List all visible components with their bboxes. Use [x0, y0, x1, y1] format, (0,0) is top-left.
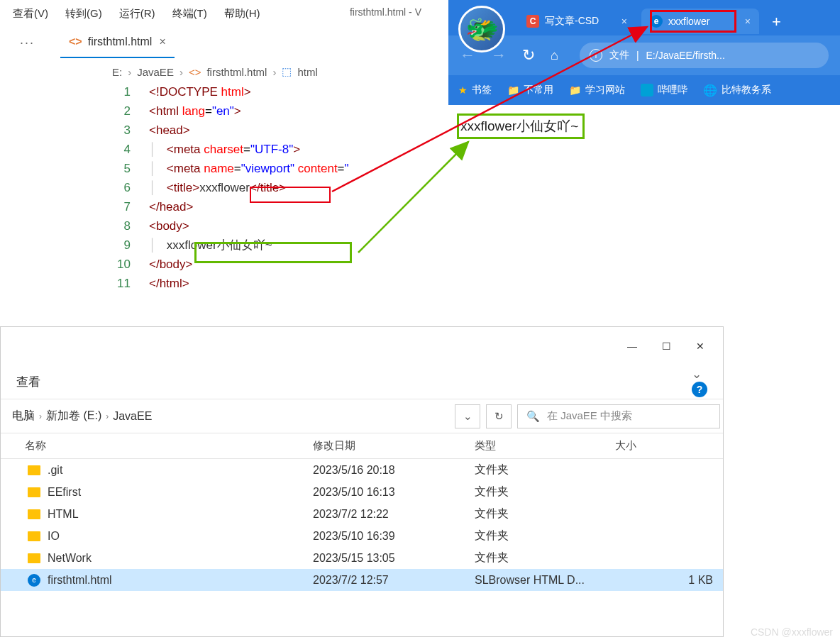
- minimize-button[interactable]: —: [615, 333, 649, 359]
- menu-help[interactable]: 帮助(H): [224, 7, 260, 21]
- edge-icon: e: [650, 15, 663, 28]
- file-row[interactable]: EEfirst2023/5/10 16:13文件夹: [1, 481, 723, 503]
- address-dropdown-button[interactable]: ⌄: [455, 404, 480, 428]
- file-row[interactable]: NetWork2023/5/15 13:05文件夹: [1, 547, 723, 569]
- line-number: 4: [0, 140, 149, 159]
- explorer-titlebar: — ☐ ✕: [1, 327, 723, 365]
- file-type: 文件夹: [475, 507, 615, 521]
- browser-window: 🐲 C 写文章-CSD × e xxxflower × + ← → ↻ ⌂ i …: [448, 0, 840, 326]
- bookmark-item[interactable]: 哔哩哔: [641, 84, 687, 96]
- bookmark-item[interactable]: 📁不常用: [507, 84, 553, 96]
- chevron-right-icon: ›: [179, 66, 183, 78]
- folder-icon: [28, 487, 40, 497]
- tab-close-icon[interactable]: ×: [159, 35, 165, 48]
- menu-view[interactable]: 查看(V): [13, 7, 48, 21]
- globe-icon: 🌐: [703, 84, 717, 97]
- url-bar[interactable]: i 文件 | E:/JavaEE/firsth...: [580, 43, 829, 68]
- file-date: 2023/5/16 20:18: [313, 464, 475, 477]
- bookmark-item[interactable]: 🌐比特教务系: [703, 84, 771, 97]
- bookmark-item[interactable]: 📁学习网站: [569, 84, 625, 96]
- menu-run[interactable]: 运行(R): [119, 7, 155, 21]
- tab-close-icon[interactable]: ×: [745, 16, 751, 27]
- bc-element[interactable]: html: [297, 66, 317, 78]
- bilibili-icon: [641, 84, 653, 96]
- file-name: HTML: [1, 508, 313, 521]
- browser-tab-csdn[interactable]: C 写文章-CSD ×: [518, 9, 636, 34]
- tab-close-icon[interactable]: ×: [621, 16, 627, 27]
- chevron-right-icon: ›: [128, 66, 131, 78]
- line-number: 10: [0, 255, 149, 274]
- bookmark-item[interactable]: ★书签: [458, 84, 492, 96]
- chevron-right-icon: ›: [272, 66, 276, 78]
- browser-tab-active[interactable]: e xxxflower ×: [641, 9, 759, 34]
- line-number: 1: [0, 82, 149, 101]
- chevron-down-icon[interactable]: ⌄: [692, 367, 702, 381]
- address-bar[interactable]: 电脑› 新加卷 (E:)› JavaEE: [4, 404, 449, 428]
- file-date: 2023/7/2 12:22: [313, 508, 475, 521]
- page-text-annotated: xxxflower小仙女吖~: [457, 114, 585, 139]
- url-scheme: 文件: [609, 49, 629, 62]
- browser-tabbar: C 写文章-CSD × e xxxflower × +: [448, 0, 840, 35]
- file-row[interactable]: .git2023/5/16 20:18文件夹: [1, 459, 723, 481]
- home-icon[interactable]: ⌂: [551, 48, 558, 63]
- csdn-icon: C: [526, 15, 539, 28]
- file-row[interactable]: HTML2023/7/2 12:22文件夹: [1, 503, 723, 525]
- folder-icon: [28, 509, 40, 519]
- file-type: 文件夹: [475, 550, 615, 565]
- folder-icon: [28, 531, 40, 541]
- file-date: 2023/7/2 12:57: [313, 574, 475, 587]
- folder-icon: [28, 553, 40, 563]
- col-type-header[interactable]: 类型: [475, 439, 615, 453]
- col-date-header[interactable]: 修改日期: [313, 439, 475, 453]
- line-number: 9: [0, 236, 149, 255]
- line-number: 6: [0, 178, 149, 197]
- col-size-header[interactable]: 大小: [615, 439, 723, 453]
- file-name: efirsthtml.html: [1, 574, 313, 587]
- close-button[interactable]: ✕: [683, 333, 717, 359]
- editor-tab-active[interactable]: <> firsthtml.html ×: [60, 27, 175, 58]
- star-icon: ★: [458, 84, 468, 96]
- vscode-title: firsthtml.html - V: [350, 6, 421, 18]
- tab-label: firsthtml.html: [88, 35, 153, 48]
- html-file-icon: <>: [69, 35, 82, 48]
- line-number: 8: [0, 216, 149, 236]
- column-headers: 名称 修改日期 类型 大小: [1, 433, 723, 459]
- file-list: .git2023/5/16 20:18文件夹EEfirst2023/5/10 1…: [1, 459, 723, 591]
- menu-terminal[interactable]: 终端(T): [172, 7, 207, 21]
- file-name: EEfirst: [1, 486, 313, 499]
- file-row[interactable]: IO2023/5/10 16:39文件夹: [1, 525, 723, 547]
- line-number: 5: [0, 159, 149, 178]
- chevron-right-icon: ›: [106, 411, 109, 421]
- menu-goto[interactable]: 转到(G): [65, 7, 102, 21]
- folder-icon: 📁: [569, 84, 581, 96]
- maximize-button[interactable]: ☐: [649, 333, 683, 359]
- file-date: 2023/5/10 16:13: [313, 486, 475, 499]
- nav-reload-icon[interactable]: ↻: [522, 46, 535, 65]
- col-name-header[interactable]: 名称: [1, 439, 313, 453]
- line-number: 7: [0, 197, 149, 216]
- bc-folder[interactable]: JavaEE: [137, 66, 174, 78]
- html-file-icon: e: [28, 574, 40, 587]
- file-type: 文件夹: [475, 485, 615, 499]
- info-icon[interactable]: i: [590, 49, 602, 62]
- editor-tabs: ··· <> firsthtml.html ×: [0, 27, 448, 58]
- profile-avatar[interactable]: 🐲: [458, 6, 505, 52]
- line-number: 3: [0, 121, 149, 140]
- more-tabs-icon[interactable]: ···: [20, 35, 35, 50]
- bookmarks-bar: ★书签 📁不常用 📁学习网站 哔哩哔 🌐比特教务系: [448, 75, 840, 105]
- search-input[interactable]: 🔍 在 JavaEE 中搜索: [517, 404, 720, 428]
- folder-icon: 📁: [507, 84, 519, 96]
- url-path: E:/JavaEE/firsth...: [646, 50, 725, 61]
- refresh-button[interactable]: ↻: [486, 404, 512, 428]
- code-editor[interactable]: 1<!DOCTYPE html> 2<html lang="en"> 3<hea…: [0, 82, 448, 293]
- ribbon-view-tab[interactable]: 查看: [16, 374, 40, 390]
- help-icon[interactable]: ?: [692, 382, 707, 397]
- bc-file[interactable]: firsthtml.html: [206, 66, 267, 78]
- new-tab-button[interactable]: +: [772, 13, 781, 31]
- line-number: 11: [0, 274, 149, 293]
- file-type: 文件夹: [475, 528, 615, 543]
- file-row[interactable]: efirsthtml.html2023/7/2 12:57SLBrowser H…: [1, 569, 723, 591]
- bc-drive[interactable]: E:: [112, 66, 122, 78]
- explorer-address-row: 电脑› 新加卷 (E:)› JavaEE ⌄ ↻ 🔍 在 JavaEE 中搜索: [1, 399, 723, 433]
- search-icon: 🔍: [526, 410, 540, 423]
